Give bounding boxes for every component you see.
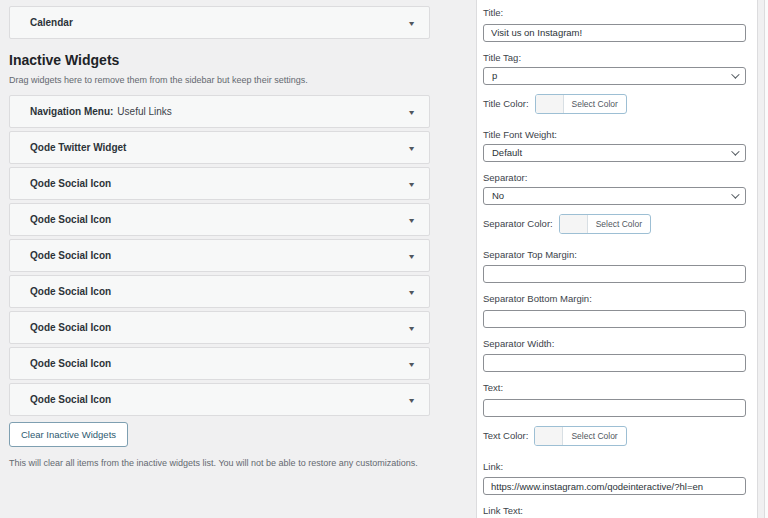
widget-settings-fields: Title: Title Tag: p Title Color: Select … (483, 6, 746, 518)
field-title-tag: Title Tag: p (483, 51, 746, 85)
field-separator-bottom-margin: Separator Bottom Margin: (483, 292, 746, 328)
field-title-color: Title Color: Select Color (483, 94, 746, 114)
chevron-down-icon[interactable]: ▼ (407, 360, 416, 367)
chevron-down-icon[interactable]: ▼ (407, 396, 416, 403)
select-value: No (492, 190, 504, 201)
select-color-label: Select Color (563, 427, 625, 445)
chevron-down-icon[interactable]: ▼ (407, 144, 416, 151)
inactive-widgets-heading: Inactive Widgets (9, 52, 430, 69)
inactive-widget-row[interactable]: Qode Social Icon ▼ (9, 383, 430, 416)
select-color-label: Select Color (588, 215, 650, 233)
inactive-widget-row[interactable]: Qode Twitter Widget ▼ (9, 131, 430, 164)
chevron-down-icon (731, 190, 739, 198)
widget-title: Qode Social Icon (30, 358, 111, 369)
title-input[interactable] (483, 24, 746, 42)
separator-width-input[interactable] (483, 354, 746, 372)
field-title: Title: (483, 6, 746, 42)
link-input[interactable] (483, 477, 746, 495)
color-swatch (560, 215, 588, 233)
inactive-widget-row[interactable]: Qode Social Icon ▼ (9, 167, 430, 200)
chevron-down-icon[interactable]: ▼ (407, 324, 416, 331)
field-label: Title Font Weight: (483, 128, 746, 141)
title-font-weight-select[interactable]: Default (483, 144, 746, 162)
widget-row-calendar[interactable]: Calendar ▼ (9, 6, 430, 39)
field-title-font-weight: Title Font Weight: Default (483, 128, 746, 162)
separator-top-margin-input[interactable] (483, 265, 746, 283)
chevron-down-icon[interactable]: ▼ (407, 108, 416, 115)
chevron-down-icon (731, 70, 739, 78)
field-label: Title Color: (483, 98, 529, 109)
color-swatch (536, 95, 564, 113)
clear-inactive-widgets-note: This will clear all items from the inact… (9, 457, 430, 469)
widget-title: Qode Social Icon (30, 322, 111, 333)
widget-title: Qode Social Icon (30, 214, 111, 225)
inactive-widget-row[interactable]: Navigation Menu: Useful Links ▼ (9, 95, 430, 128)
text-color-select-color-button[interactable]: Select Color (534, 426, 626, 446)
title-tag-select[interactable]: p (483, 67, 746, 85)
field-separator-color: Separator Color: Select Color (483, 214, 746, 234)
text-input[interactable] (483, 399, 746, 417)
chevron-down-icon (731, 147, 739, 155)
chevron-down-icon[interactable]: ▼ (407, 180, 416, 187)
widget-detail: Useful Links (117, 106, 171, 117)
adjacent-panel-edge (764, 0, 768, 518)
field-label: Separator Width: (483, 337, 746, 350)
field-text: Text: (483, 381, 746, 417)
field-separator: Separator: No (483, 171, 746, 205)
widget-title: Qode Social Icon (30, 394, 111, 405)
widget-title: Navigation Menu: (30, 106, 113, 117)
field-label: Link Text: (483, 504, 746, 517)
field-label: Link: (483, 460, 746, 473)
select-value: Default (492, 147, 522, 158)
widget-title: Calendar (30, 17, 73, 28)
widget-title: Qode Social Icon (30, 286, 111, 297)
chevron-down-icon[interactable]: ▼ (407, 19, 416, 26)
field-text-color: Text Color: Select Color (483, 426, 746, 446)
select-value: p (492, 70, 497, 81)
clear-inactive-widgets-button[interactable]: Clear Inactive Widgets (9, 422, 128, 447)
inactive-widget-row[interactable]: Qode Social Icon ▼ (9, 203, 430, 236)
field-label: Separator Top Margin: (483, 248, 746, 261)
chevron-down-icon[interactable]: ▼ (407, 288, 416, 295)
select-color-label: Select Color (564, 95, 626, 113)
inactive-widgets-description: Drag widgets here to remove them from th… (9, 74, 430, 86)
field-separator-top-margin: Separator Top Margin: (483, 248, 746, 284)
field-label: Separator: (483, 171, 746, 184)
title-color-select-color-button[interactable]: Select Color (535, 94, 627, 114)
field-label: Text: (483, 381, 746, 394)
field-label: Text Color: (483, 430, 528, 441)
inactive-widget-row[interactable]: Qode Social Icon ▼ (9, 275, 430, 308)
separator-select[interactable]: No (483, 187, 746, 205)
inactive-widget-row[interactable]: Qode Social Icon ▼ (9, 347, 430, 380)
field-label: Separator Bottom Margin: (483, 292, 746, 305)
chevron-down-icon[interactable]: ▼ (407, 216, 416, 223)
field-link-text: Link Text: (483, 504, 746, 518)
separator-bottom-margin-input[interactable] (483, 310, 746, 328)
widget-title: Qode Social Icon (30, 178, 111, 189)
field-label: Separator Color: (483, 218, 553, 229)
chevron-down-icon[interactable]: ▼ (407, 252, 416, 259)
widget-settings-panel: Title: Title Tag: p Title Color: Select … (476, 0, 758, 518)
field-separator-width: Separator Width: (483, 337, 746, 373)
separator-color-select-color-button[interactable]: Select Color (559, 214, 651, 234)
field-label: Title: (483, 6, 746, 19)
widgets-left-column: Calendar ▼ Inactive Widgets Drag widgets… (9, 0, 430, 469)
inactive-widget-row[interactable]: Qode Social Icon ▼ (9, 311, 430, 344)
widget-title: Qode Twitter Widget (30, 142, 126, 153)
color-swatch (535, 427, 563, 445)
field-link: Link: (483, 460, 746, 496)
inactive-widget-row[interactable]: Qode Social Icon ▼ (9, 239, 430, 272)
field-label: Title Tag: (483, 51, 746, 64)
inactive-widgets-list: Navigation Menu: Useful Links ▼ Qode Twi… (9, 95, 430, 416)
widget-title: Qode Social Icon (30, 250, 111, 261)
